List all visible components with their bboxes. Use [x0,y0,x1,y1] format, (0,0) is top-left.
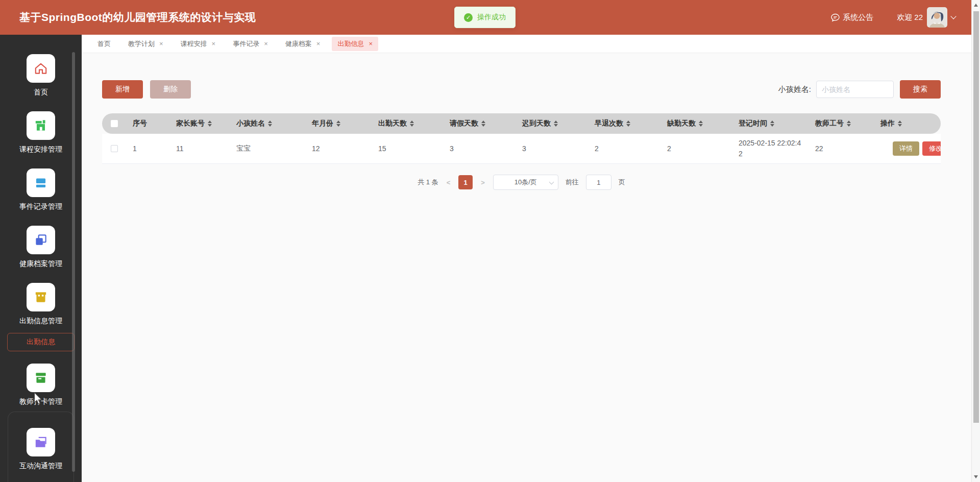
col-attend-days[interactable]: 出勤天数 [372,119,444,128]
submenu-label: 出勤信息 [27,338,55,347]
cell-teacher-no: 22 [809,144,874,153]
delete-button[interactable]: 删除 [150,80,191,99]
select-all-checkbox[interactable] [111,120,118,127]
toast-message: 操作成功 [477,13,506,22]
col-label: 年月份 [312,119,333,128]
sidebar-item-home[interactable]: 首页 [0,54,82,97]
scroll-up-arrow-icon[interactable] [974,4,978,7]
page-number-button[interactable]: 1 [458,175,473,189]
col-month[interactable]: 年月份 [306,119,372,128]
app-title: 基于SpringBoot的幼儿园管理系统的设计与实现 [19,10,256,25]
tab-home[interactable]: 首页 [92,37,116,51]
col-label: 序号 [133,119,147,128]
tab-teaching-plan[interactable]: 教学计划 × [122,37,169,51]
row-checkbox[interactable] [111,145,118,152]
tab-label: 教学计划 [128,39,155,49]
attendance-table: 序号 家长账号 小孩姓名 年月份 出勤天数 请假天数 [102,113,941,164]
tab-course[interactable]: 课程安排 × [175,37,222,51]
scrollbar-thumb[interactable] [973,11,979,423]
sidebar-item-course[interactable]: 课程安排管理 [0,111,82,154]
home-icon [27,54,55,83]
col-label: 教师工号 [815,119,844,128]
welcome-text: 欢迎 22 [897,13,923,22]
sidebar-item-health[interactable]: 健康档案管理 [0,226,82,269]
sort-icon[interactable] [554,120,558,127]
cell-attend-days: 15 [372,144,444,153]
table-header-row: 序号 家长账号 小孩姓名 年月份 出勤天数 请假天数 [102,113,941,134]
announcement-link[interactable]: 系统公告 [830,13,873,22]
toolbar: 新增 删除 小孩姓名: 搜索 [102,80,941,99]
col-teacher-no[interactable]: 教师工号 [809,119,874,128]
header-right: 系统公告 欢迎 22 [830,0,955,35]
page-size-select[interactable]: 10条/页 [493,175,558,190]
avatar[interactable] [927,7,947,28]
search-button[interactable]: 搜索 [900,80,941,99]
select-all-cell [102,120,127,127]
col-record-time[interactable]: 登记时间 [732,119,809,128]
tab-close-icon[interactable]: × [159,40,163,47]
sort-icon[interactable] [268,120,272,127]
sort-icon[interactable] [626,120,630,127]
page-scrollbar[interactable] [971,0,980,482]
col-absent-days[interactable]: 缺勤天数 [661,119,732,128]
sort-icon[interactable] [847,120,851,127]
cell-record-time: 2025-02-15 22:02:42 [732,134,809,163]
tab-attendance-active[interactable]: 出勤信息 × [332,37,378,51]
sidebar-item-communication[interactable]: 互动沟通管理 [0,428,82,471]
scroll-down-arrow-icon[interactable] [974,475,978,478]
col-leave-days[interactable]: 请假天数 [444,119,516,128]
main-content: 新增 删除 小孩姓名: 搜索 序号 家长账号 小孩姓名 年月份 [82,53,971,482]
search-group: 小孩姓名: 搜索 [778,80,941,99]
store-icon [27,111,55,140]
edit-button[interactable]: 修改 [922,141,941,156]
sort-icon[interactable] [699,120,703,127]
next-page-button[interactable]: > [480,179,486,186]
sort-icon[interactable] [770,120,774,127]
cards-icon [27,168,55,197]
col-label: 早退次数 [595,119,623,128]
detail-button[interactable]: 详情 [893,141,919,156]
col-label: 请假天数 [450,119,478,128]
sidebar-item-attendance[interactable]: 出勤信息管理 [0,283,82,326]
col-late-days[interactable]: 迟到天数 [516,119,589,128]
cell-month: 12 [306,144,372,153]
goto-page-input[interactable] [586,175,611,190]
col-early-leave[interactable]: 早退次数 [589,119,661,128]
col-parent-account[interactable]: 家长账号 [170,119,230,128]
col-label: 迟到天数 [522,119,551,128]
sort-icon[interactable] [410,120,414,127]
sort-icon[interactable] [208,120,212,127]
tab-close-icon[interactable]: × [264,40,268,47]
sidebar-item-teacher-punch[interactable]: 教师打卡管理 [0,364,82,406]
prev-page-button[interactable]: < [446,179,452,186]
sidebar-item-label: 事件记录管理 [19,202,62,211]
user-menu-chevron-icon[interactable] [950,13,956,19]
col-label: 家长账号 [176,119,205,128]
pagination: 共 1 条 < 1 > 10条/页 前往 页 [102,175,941,190]
col-label: 缺勤天数 [667,119,696,128]
sidebar-item-label: 出勤信息管理 [19,317,62,326]
search-label: 小孩姓名: [778,85,811,94]
sidebar-scrollbar[interactable] [72,52,75,472]
sort-icon[interactable] [481,120,485,127]
sidebar-submenu-attendance-info[interactable]: 出勤信息 [7,333,75,351]
search-input[interactable] [816,81,894,98]
col-actions[interactable]: 操作 [874,119,941,128]
sort-icon[interactable] [336,120,340,127]
sidebar-item-label: 健康档案管理 [19,259,62,269]
tab-health[interactable]: 健康档案 × [280,37,326,51]
tab-close-icon[interactable]: × [212,40,216,47]
tab-close-icon[interactable]: × [316,40,321,47]
tab-close-icon[interactable]: × [369,40,373,47]
sidebar-item-label: 互动沟通管理 [19,462,62,471]
add-button[interactable]: 新增 [102,80,143,99]
tab-event[interactable]: 事件记录 × [227,37,274,51]
archive-box-icon [27,364,55,392]
sidebar-item-event[interactable]: 事件记录管理 [0,168,82,211]
sort-icon[interactable] [898,120,902,127]
cell-early-leave: 2 [589,144,661,153]
tab-label: 课程安排 [181,39,207,49]
col-child-name[interactable]: 小孩姓名 [230,119,306,128]
sidebar-item-label: 课程安排管理 [19,145,62,154]
cell-absent-days: 2 [661,144,732,153]
